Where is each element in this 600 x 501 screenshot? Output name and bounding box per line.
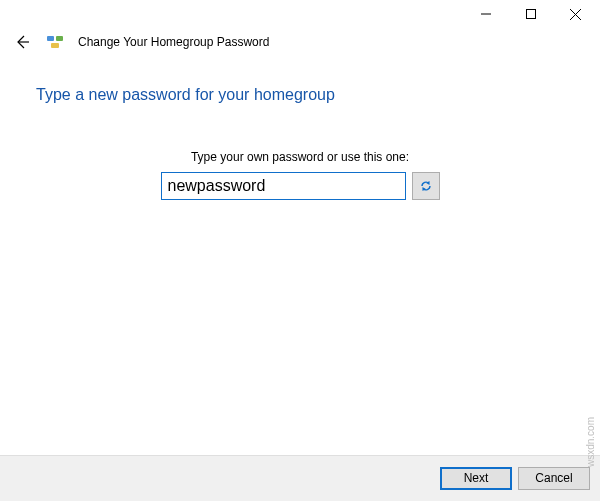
content-area: Type a new password for your homegroup T…: [0, 62, 600, 455]
title-bar: [0, 0, 600, 28]
password-row: [36, 172, 564, 200]
wizard-window: Change Your Homegroup Password Type a ne…: [0, 0, 600, 501]
footer: Next Cancel: [0, 455, 600, 501]
svg-rect-6: [56, 36, 63, 41]
maximize-button[interactable]: [508, 2, 553, 26]
svg-rect-5: [47, 36, 54, 41]
svg-rect-7: [51, 43, 59, 48]
homegroup-icon: [46, 33, 64, 51]
close-button[interactable]: [553, 2, 598, 26]
next-button[interactable]: Next: [440, 467, 512, 490]
cancel-button[interactable]: Cancel: [518, 467, 590, 490]
regenerate-password-button[interactable]: [412, 172, 440, 200]
breadcrumb-title: Change Your Homegroup Password: [78, 35, 269, 49]
svg-rect-1: [526, 10, 535, 19]
watermark: wsxdn.com: [585, 417, 596, 467]
password-input[interactable]: [161, 172, 406, 200]
minimize-button[interactable]: [463, 2, 508, 26]
instruction-text: Type your own password or use this one:: [36, 150, 564, 164]
refresh-icon: [418, 178, 434, 194]
page-heading: Type a new password for your homegroup: [36, 86, 564, 104]
header: Change Your Homegroup Password: [0, 28, 600, 62]
back-button[interactable]: [12, 32, 32, 52]
